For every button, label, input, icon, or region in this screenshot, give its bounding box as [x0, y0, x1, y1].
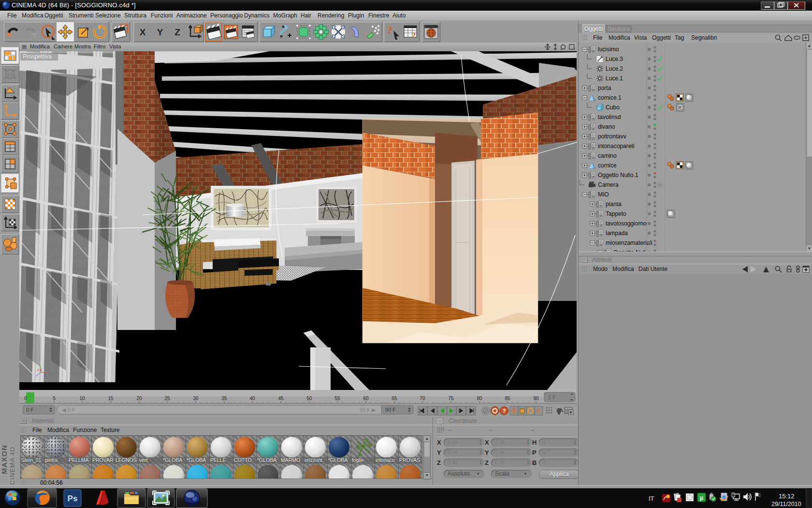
svg-text:15:12: 15:12	[779, 493, 795, 500]
svg-text:60: 60	[363, 396, 369, 401]
svg-text:?: ?	[412, 31, 416, 40]
svg-text:Ps: Ps	[68, 494, 78, 503]
svg-text:IT: IT	[649, 495, 654, 502]
svg-text:tavolosoggiorno: tavolosoggiorno	[606, 220, 647, 227]
svg-text:cornice.1: cornice.1	[598, 94, 622, 101]
svg-text:20: 20	[136, 396, 142, 401]
svg-text:Z: Z	[174, 27, 180, 37]
svg-text:?: ?	[503, 408, 506, 414]
svg-text:65: 65	[392, 396, 397, 401]
svg-text:Tappeto: Tappeto	[606, 210, 626, 217]
svg-text:intonacopareti: intonacopareti	[598, 143, 634, 149]
svg-text:Luce.3: Luce.3	[606, 56, 623, 62]
svg-text:75: 75	[448, 396, 454, 401]
svg-text:70: 70	[420, 396, 425, 401]
svg-text:Camera: Camera	[598, 181, 619, 188]
svg-text:55: 55	[334, 396, 340, 401]
svg-text:10: 10	[79, 396, 85, 401]
svg-text:90 F ▶: 90 F ▶	[360, 407, 376, 413]
svg-text:Luce.2: Luce.2	[606, 65, 623, 72]
svg-text:1 F: 1 F	[548, 394, 556, 400]
svg-text:25: 25	[164, 396, 170, 401]
svg-text:X: X	[140, 27, 146, 37]
svg-text:cornice: cornice	[598, 162, 617, 169]
svg-text:Luce.1: Luce.1	[606, 75, 623, 82]
svg-text:μ: μ	[700, 494, 703, 501]
svg-text:80: 80	[477, 396, 482, 401]
svg-text:29/11/2010: 29/11/2010	[771, 501, 801, 508]
svg-text:poltrontavv: poltrontavv	[598, 133, 626, 140]
svg-text:pianta: pianta	[606, 201, 622, 208]
svg-text:miosenzamateriali: miosenzamateriali	[606, 239, 652, 246]
svg-text:15: 15	[108, 396, 114, 401]
svg-text:+X: +X	[37, 368, 42, 373]
svg-text:porta: porta	[598, 85, 611, 91]
svg-text:50: 50	[306, 396, 312, 401]
svg-text:divano: divano	[598, 123, 615, 130]
svg-text:lucisimo: lucisimo	[598, 46, 619, 53]
svg-text:85: 85	[505, 396, 510, 401]
svg-text:45: 45	[278, 396, 284, 401]
svg-text:P: P	[537, 408, 540, 414]
svg-text:5: 5	[53, 396, 56, 401]
svg-text:Prospettiva: Prospettiva	[23, 53, 52, 60]
svg-text:Z: Z	[44, 373, 46, 377]
svg-text:Oggetto Nullo.1: Oggetto Nullo.1	[598, 172, 638, 179]
svg-text:MIO: MIO	[598, 191, 609, 198]
svg-text:tavolinsd: tavolinsd	[598, 114, 621, 120]
svg-text:30: 30	[193, 396, 199, 401]
svg-text:Y: Y	[157, 27, 163, 37]
svg-text:40: 40	[249, 396, 255, 401]
svg-text:?: ?	[387, 24, 392, 36]
svg-text:0: 0	[24, 396, 27, 401]
svg-text:90: 90	[533, 396, 539, 401]
svg-text:Cubo: Cubo	[606, 104, 620, 111]
svg-text:35: 35	[221, 396, 227, 401]
svg-text:camino: camino	[598, 152, 617, 159]
svg-text:0 F: 0 F	[26, 407, 34, 413]
svg-text:lampada: lampada	[606, 230, 628, 237]
svg-text:90 F: 90 F	[385, 407, 396, 413]
svg-text:◀ 0 F: ◀ 0 F	[62, 407, 75, 413]
